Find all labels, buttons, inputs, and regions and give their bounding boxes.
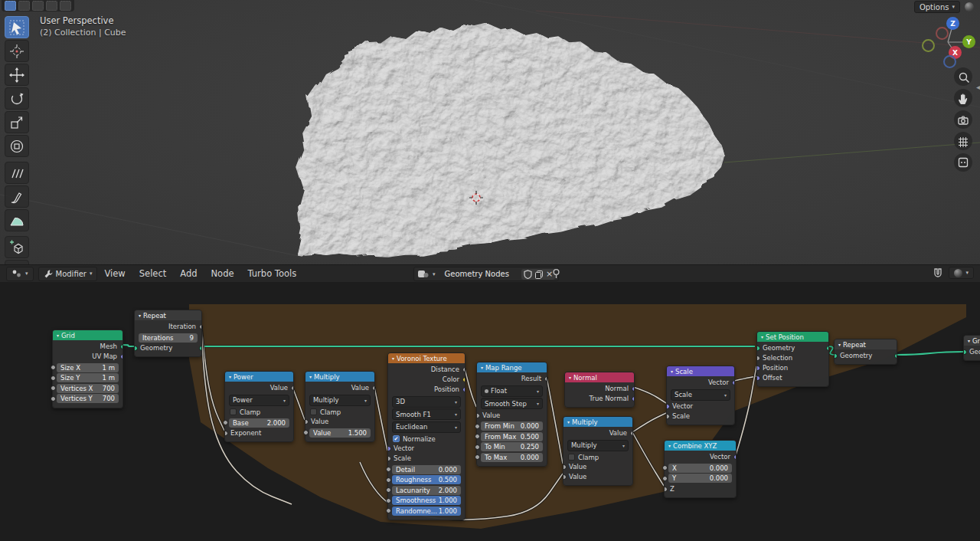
node-canvas[interactable]: ▾RepeatIterationIterations9Geometry▾Grid…	[0, 281, 980, 541]
pin-icon[interactable]	[551, 268, 561, 279]
node-socket[interactable]	[733, 454, 737, 460]
node-socket[interactable]	[835, 353, 838, 359]
node-field-base[interactable]: Base2.000	[229, 418, 289, 428]
tool-draw-button[interactable]	[5, 185, 29, 208]
node-field-lacunarity[interactable]: Lacunarity2.000	[392, 486, 461, 495]
node-socket[interactable]	[462, 377, 466, 382]
tool-measure-button[interactable]	[5, 209, 29, 231]
menu-turbo-tools[interactable]: Turbo Tools	[241, 268, 304, 279]
options-button[interactable]: Options ▾	[914, 1, 960, 13]
node-socket[interactable]	[225, 431, 228, 436]
nav-screen-button[interactable]	[954, 153, 972, 172]
node-combine-xyz[interactable]: ▾Combine XYZVectorX0.000Y0.000Z	[664, 440, 737, 498]
node-socket[interactable]	[826, 346, 829, 351]
node-map-range[interactable]: ▾Map RangeResultFloat▾Smooth Step▾ValueF…	[476, 362, 547, 467]
node-socket[interactable]	[291, 385, 294, 391]
node-multiply[interactable]: ▾MultiplyValueMultiply▾ClampValueValue	[563, 416, 633, 486]
node-socket[interactable]	[51, 375, 56, 381]
node-socket[interactable]	[51, 365, 56, 370]
node-socket[interactable]	[386, 467, 391, 472]
collapse-icon[interactable]: ▾	[668, 443, 671, 448]
node-socket[interactable]	[462, 367, 466, 372]
node-field-to-min[interactable]: To Min0.250	[481, 442, 543, 451]
sidebar-collapse-arrow[interactable]: ◂	[976, 83, 980, 91]
collapse-icon[interactable]: ▾	[139, 313, 141, 318]
node-group-output[interactable]: ▾Group OutputGeometry	[963, 335, 980, 361]
node-field-vertices-y[interactable]: Vertices Y700	[57, 394, 119, 403]
node-field-detail[interactable]: Detail0.000	[392, 465, 461, 474]
collapse-icon[interactable]: ▾	[761, 334, 763, 339]
node-socket[interactable]	[894, 353, 897, 359]
node-field-size-x[interactable]: Size X1 m	[57, 363, 119, 372]
node-tree-name-field[interactable]: Geometry Nodes	[439, 270, 515, 278]
node-socket[interactable]	[662, 476, 668, 481]
node-socket[interactable]	[475, 454, 480, 460]
node-voronoi-texture[interactable]: ▾Voronoi TextureDistanceColorPosition3D▾…	[387, 352, 466, 520]
node-socket[interactable]	[757, 346, 760, 351]
navigation-gizmo[interactable]: ZYX	[916, 14, 980, 72]
node-dropdown-smooth-f1[interactable]: Smooth F1▾	[392, 408, 461, 420]
tool-c-icon[interactable]	[32, 1, 44, 11]
node-socket[interactable]	[475, 424, 480, 429]
node-socket[interactable]	[386, 477, 391, 483]
new-copy-icon[interactable]	[534, 270, 544, 279]
node-dropdown-3d[interactable]: 3D▾	[392, 396, 461, 408]
node-field-from-max[interactable]: From Max0.500	[481, 432, 543, 441]
node-repeat[interactable]: ▾RepeatIterationIterations9Geometry	[134, 310, 202, 357]
tool-add-cube-button[interactable]	[5, 236, 29, 258]
node-dropdown-scale[interactable]: Scale▾	[671, 389, 730, 401]
tool-move-button[interactable]	[5, 64, 29, 86]
node-dropdown-smooth-step[interactable]: Smooth Step▾	[481, 398, 543, 409]
tool-a-icon[interactable]	[5, 1, 16, 11]
tool-b-icon[interactable]	[18, 1, 30, 11]
node-socket[interactable]	[462, 387, 466, 392]
shading-sphere-icon[interactable]	[965, 2, 974, 11]
node-field-value[interactable]: Value1.500	[309, 428, 371, 438]
node-field-to-max[interactable]: To Max0.000	[481, 453, 543, 462]
node-socket[interactable]	[199, 346, 202, 351]
node-socket[interactable]	[51, 396, 56, 402]
node-socket[interactable]	[475, 444, 480, 450]
tool-annotate-button[interactable]	[5, 162, 29, 184]
node-field-smoothness[interactable]: Smoothness1.000	[392, 496, 461, 505]
node-socket[interactable]	[120, 344, 123, 349]
node-field-from-min[interactable]: From Min0.000	[481, 421, 543, 431]
node-dropdown-multiply[interactable]: Multiply▾	[309, 395, 371, 406]
node-socket[interactable]	[135, 346, 138, 351]
node-dropdown-float[interactable]: Float▾	[481, 385, 543, 397]
node-power[interactable]: ▾PowerValuePower▾ClampBase2.000Exponent	[224, 371, 294, 442]
tool-select-box-button[interactable]	[5, 16, 29, 38]
node-checkbox-normalize[interactable]: ✔Normalize	[388, 434, 465, 444]
node-socket[interactable]	[305, 419, 309, 425]
node-socket[interactable]	[667, 414, 670, 419]
node-dropdown-euclidean[interactable]: Euclidean▾	[392, 421, 461, 433]
fake-user-shield-icon[interactable]	[524, 270, 532, 279]
tool-rotate-button[interactable]	[5, 87, 29, 110]
collapse-icon[interactable]: ▾	[57, 333, 59, 338]
node-field-roughness[interactable]: Roughness0.500	[392, 475, 461, 484]
node-field-randomne[interactable]: Randomne...1.000	[392, 507, 461, 516]
collapse-icon[interactable]: ▾	[229, 374, 231, 379]
tool-transform-button[interactable]	[5, 135, 29, 157]
node-checkbox-clamp[interactable]: Clamp	[564, 452, 632, 462]
nav-zoom-button[interactable]	[954, 67, 972, 86]
node-socket[interactable]	[477, 413, 480, 418]
collapse-icon[interactable]: ▾	[569, 375, 571, 380]
menu-view[interactable]: View	[97, 268, 132, 279]
editor-type-button[interactable]: ▾	[6, 267, 34, 281]
node-field-y[interactable]: Y0.000	[668, 474, 732, 483]
nav-pan-button[interactable]	[954, 89, 972, 107]
node-socket[interactable]	[732, 380, 735, 385]
node-socket[interactable]	[564, 464, 567, 470]
node-socket[interactable]	[632, 386, 635, 392]
node-socket[interactable]	[667, 404, 670, 409]
node-grid[interactable]: ▾GridMeshUV MapSize X1 mSize Y1 mVertice…	[52, 330, 123, 408]
node-checkbox-clamp[interactable]: Clamp	[225, 407, 293, 417]
node-normal[interactable]: ▾NormalNormalTrue Normal	[564, 372, 635, 408]
menu-select[interactable]: Select	[132, 268, 173, 279]
collapse-icon[interactable]: ▾	[671, 369, 673, 374]
node-socket[interactable]	[223, 420, 228, 425]
node-set-position[interactable]: ▾Set PositionGeometrySelectionPositionOf…	[756, 331, 829, 387]
node-socket[interactable]	[475, 434, 480, 439]
node-socket[interactable]	[199, 324, 202, 330]
